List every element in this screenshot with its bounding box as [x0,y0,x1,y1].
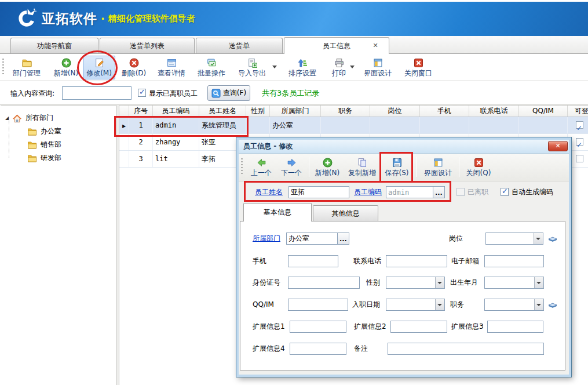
sort-settings-button[interactable]: 排序设置 [284,56,321,79]
filter-bar: 输入内容查询: ✓ 显示已离职员工 查询(F) 共有3条员工记录 [0,81,588,105]
qq-label: QQ/IM [253,299,274,311]
dept-manage-button[interactable]: 部门管理 [8,56,46,79]
grid-header-canlogin[interactable]: 可登 [568,106,588,117]
duty-combobox[interactable] [484,299,544,311]
dialog-titlebar[interactable]: 员工信息 - 修改 [239,140,569,154]
employee-code-input [386,186,433,198]
grid-header-phone[interactable]: 联系电话 [469,106,519,117]
chevron-down-icon [536,304,541,306]
can-login-checkbox[interactable]: ✓ [576,138,583,146]
app-banner: 亚拓软件 · 精细化管理软件倡导者 [0,0,588,36]
toolbar-separator [191,57,192,77]
id-number-input[interactable] [288,277,360,289]
code-ellipsis-button[interactable]: … [433,186,445,198]
chevron-down-icon [437,282,442,284]
previous-button[interactable]: 上一个 [247,155,276,179]
tab-other-info[interactable]: 其他信息 [313,205,378,221]
import-export-button[interactable]: 导入导出 [234,56,270,79]
dept-ellipsis-button[interactable]: … [337,233,349,245]
show-resigned-checkbox[interactable]: ✓ [138,89,146,97]
birth-combobox[interactable] [484,277,544,289]
folder-icon [27,154,37,163]
ext1-input[interactable] [290,321,346,333]
autocode-label: 自动生成编码 [512,186,553,198]
grid-header-code[interactable]: 员工编码 [153,106,199,117]
ext4-input[interactable] [290,343,346,355]
toolbar-separator [281,57,282,77]
next-button[interactable]: 下一个 [277,155,306,179]
mobile-input[interactable] [288,255,338,267]
edit-icon [94,58,104,68]
dept-input[interactable] [286,233,338,245]
dialog-close-button[interactable]: ✕ [548,141,568,151]
ext3-input[interactable] [487,321,543,333]
dictionary-book-icon[interactable] [547,234,558,243]
grid-header-duty[interactable]: 职务 [321,106,370,117]
toolbar-separator [232,57,232,77]
import-export-dropdown-arrow[interactable] [272,66,277,68]
qq-input[interactable] [288,299,348,311]
tree-root-all-departments[interactable]: ◢ 所有部门 [5,111,53,125]
grid-header-post[interactable]: 岗位 [370,106,420,117]
grid-header-dept[interactable]: 所属部门 [270,106,321,117]
ext2-input[interactable] [390,321,447,333]
employee-name-input[interactable] [288,186,349,198]
tab-close-icon[interactable]: ✕ [371,42,379,50]
hire-date-combobox[interactable] [386,299,445,311]
note-input[interactable] [388,343,544,355]
query-input[interactable] [62,86,132,100]
print-dropdown-arrow[interactable] [350,66,355,68]
post-label: 岗位 [449,233,463,245]
birth-label: 出生年月 [450,277,478,289]
grid-header-seq[interactable]: 序号 [129,106,153,117]
modify-button[interactable]: 修改(M) [83,56,115,79]
dictionary-book-icon[interactable] [547,300,558,309]
view-details-button[interactable]: 查看详情 [154,56,189,79]
ui-design-button[interactable]: 界面设计 [421,155,455,179]
email-label: 电子邮箱 [451,255,479,267]
tab-delivery[interactable]: 送货单 [196,38,283,53]
ui-design-button[interactable]: 界面设计 [360,56,396,79]
phone-input[interactable] [386,255,447,267]
delete-button[interactable]: 删除(D) [117,56,151,79]
app-logo-text: 亚拓软件 [42,10,97,28]
tree-item-office[interactable]: 办公室 [27,125,61,138]
tab-basic-info[interactable]: 基本信息 [243,203,312,221]
design-icon [433,158,443,168]
tab-delivery-list[interactable]: 送货单列表 [100,38,195,53]
grid-header-name[interactable]: 员工姓名 [199,106,246,117]
delete-icon [129,58,139,68]
resigned-checkbox [456,188,465,196]
copy-add-button[interactable]: 复制新增 [345,155,379,179]
tab-nav-window[interactable]: 功能导航窗 [10,38,98,53]
toolbar-separator [357,57,358,77]
save-button[interactable]: 保存(S) [381,155,412,179]
grid-header-mobile[interactable]: 手机 [420,106,469,117]
can-login-checkbox[interactable] [576,155,583,162]
add-button[interactable]: 新增(N) [50,56,82,79]
dialog-close-q-button[interactable]: 关闭(Q) [462,155,495,179]
search-button[interactable]: 查询(F) [207,85,250,101]
batch-operate-button[interactable]: 批量操作 [193,56,229,79]
autocode-checkbox[interactable]: ✓ [501,188,509,196]
tab-employee-info[interactable]: 员工信息 ✕ [284,37,389,54]
sort-icon [298,58,308,68]
add-button[interactable]: 新增(N) [312,155,343,179]
post-combobox[interactable] [485,233,543,245]
design-icon [373,58,383,68]
grid-header-qq[interactable]: QQ/IM [519,106,568,117]
logo-separator-dot: · [101,13,105,25]
tree-item-sales[interactable]: 销售部 [27,138,61,151]
table-row[interactable]: ▶ 1 admin 系统管理员 办公室 ✓ [119,117,588,134]
toolbar-separator [323,57,324,77]
can-login-checkbox[interactable]: ✓ [576,121,583,129]
batch-icon [207,58,217,68]
print-button[interactable]: 打印 [326,56,352,79]
grid-header-gender[interactable]: 性别 [246,106,270,117]
arrow-left-icon [257,158,266,168]
email-input[interactable] [484,255,544,267]
tree-item-rnd[interactable]: 研发部 [27,151,61,165]
dept-label: 所属部门 [253,233,280,245]
gender-combobox[interactable] [386,277,445,289]
close-window-button[interactable]: 关闭窗口 [400,56,436,79]
